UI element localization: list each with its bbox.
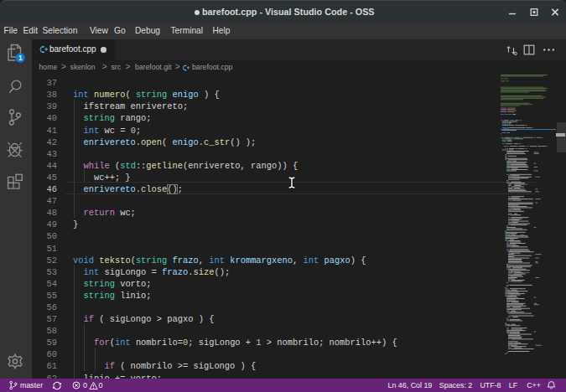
svg-text:1: 1 <box>18 54 23 62</box>
